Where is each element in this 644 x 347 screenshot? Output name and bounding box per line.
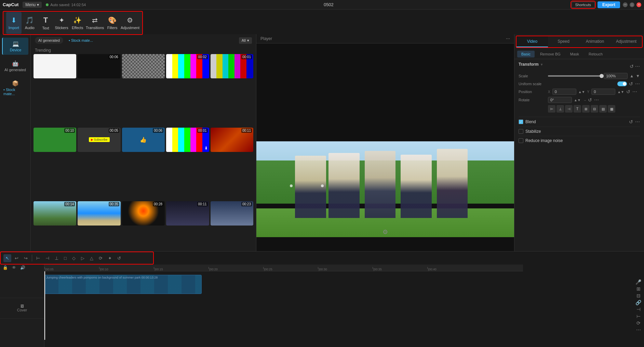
rotate-reset[interactable]: ↺ (588, 97, 592, 103)
media-thumb-14[interactable]: 00:11 (166, 201, 209, 226)
scale-step-down[interactable]: ▼ (636, 74, 640, 78)
align-extra1-btn[interactable]: ▤ (599, 105, 607, 113)
toolbar-import[interactable]: ⬇ Import (6, 12, 22, 34)
transform-reset-button[interactable]: ↺ (630, 64, 634, 69)
player-settings-icon[interactable]: ⚙ (383, 228, 388, 236)
rotate-up[interactable]: ▲▼ (574, 98, 581, 102)
timeline-redo-button[interactable]: ↪ (22, 254, 30, 262)
timeline-undo-button[interactable]: ↩ (13, 254, 21, 262)
toolbar-transitions[interactable]: ⇄ Transitions (86, 12, 104, 34)
media-thumb-2[interactable]: 00:06 (78, 54, 120, 78)
media-thumb-7[interactable]: 00:05 ▶Subscribe (78, 128, 120, 152)
sidebar-item-ai[interactable]: 🤖 AI generated (2, 57, 28, 75)
tl-mic-button[interactable]: 🎤 (635, 279, 641, 285)
tab-speed[interactable]: Speed (548, 36, 579, 47)
timeline-trim-tool[interactable]: ⊣ (43, 254, 51, 262)
align-left-btn[interactable]: ⊢ (548, 105, 555, 113)
rotate-input[interactable] (548, 97, 572, 103)
playhead[interactable] (44, 271, 45, 340)
menu-button[interactable]: Menu ▾ (23, 2, 42, 8)
position-x-input[interactable] (552, 89, 576, 95)
media-thumb-13[interactable]: 00:28 (122, 201, 165, 226)
tl-eye-button[interactable]: 👁 (11, 265, 17, 271)
timeline-transform-tool[interactable]: □ (62, 254, 69, 262)
timeline-select-tool[interactable]: ↖ (3, 254, 11, 262)
pos-x-up[interactable]: ▲▼ (578, 90, 585, 94)
transform-more-button[interactable]: ⋯ (635, 64, 640, 69)
export-button[interactable]: Export (598, 1, 620, 8)
uniform-scale-reset[interactable]: ↺ (629, 81, 633, 87)
timeline-star-tool[interactable]: ✦ (106, 254, 114, 262)
blend-reset[interactable]: ↺ (629, 119, 633, 125)
blend-checkbox[interactable]: ✓ (519, 119, 523, 124)
sub-tab-retouch[interactable]: Retouch (585, 51, 607, 57)
media-thumb-1[interactable] (33, 54, 76, 78)
align-center-h-btn[interactable]: ⊥ (556, 105, 564, 113)
tl-remove-button[interactable]: ⊟ (635, 293, 641, 298)
tab-adjustment[interactable]: Adjustment (611, 36, 642, 47)
tl-sound-button[interactable]: 🔊 (19, 265, 27, 271)
tl-more-button[interactable]: ⋯ (635, 327, 641, 333)
position-reset[interactable]: ↺ (626, 89, 630, 94)
video-track-1[interactable]: Jumping cheerleaders with pompoms on bac… (44, 275, 202, 294)
sidebar-item-device[interactable]: 💻 Device (2, 38, 28, 55)
scale-input[interactable] (604, 73, 628, 79)
scale-slider[interactable] (548, 75, 602, 77)
rotate-more[interactable]: ⋯ (594, 97, 599, 103)
media-thumb-10[interactable]: 00:11 (211, 128, 253, 152)
toolbar-audio[interactable]: 🎵 Audio (22, 12, 38, 34)
position-y-input[interactable] (591, 89, 615, 95)
align-right-btn[interactable]: ⊣ (565, 105, 573, 113)
sub-tab-basic[interactable]: Basic (517, 51, 535, 57)
sub-tab-mask[interactable]: Mask (566, 51, 583, 57)
media-thumb-3[interactable] (122, 54, 165, 78)
media-thumb-5[interactable]: 00:01 (211, 54, 253, 78)
toolbar-filters[interactable]: 🎨 Filters (105, 12, 120, 34)
close-button[interactable]: ✕ (636, 2, 641, 7)
blend-more[interactable]: ⋯ (635, 119, 640, 125)
media-thumb-4[interactable]: 00:02 (166, 54, 209, 78)
timeline-play-tool[interactable]: ▷ (79, 254, 86, 262)
toolbar-text[interactable]: T Text (38, 12, 53, 34)
media-thumb-8[interactable]: 00:06 👍 (122, 128, 165, 152)
tl-cut-right-button[interactable]: ⊢ (635, 313, 641, 319)
timeline-clip-tool[interactable]: ◇ (70, 254, 78, 262)
align-extra2-btn[interactable]: ▦ (608, 105, 615, 113)
sidebar-item-stock[interactable]: 📦 • Stock mate... (2, 77, 28, 99)
align-center-v-btn[interactable]: ⊞ (582, 105, 590, 113)
align-bottom-btn[interactable]: ⊟ (591, 105, 598, 113)
media-thumb-11[interactable]: 00:14 (33, 201, 76, 226)
pos-y-up[interactable]: ▲▼ (617, 90, 624, 94)
tl-reset-button[interactable]: ⟳ (635, 320, 641, 326)
scale-step-up[interactable]: ▲ (630, 74, 634, 78)
uniform-scale-more[interactable]: ⋯ (635, 81, 640, 87)
tl-cut-left-button[interactable]: ⊣ (635, 307, 641, 312)
align-top-btn[interactable]: T (574, 105, 581, 113)
uniform-scale-toggle[interactable] (617, 81, 627, 86)
minimize-button[interactable]: ─ (623, 2, 628, 7)
ai-generated-button[interactable]: AI generated (35, 37, 63, 44)
player-menu-icon[interactable]: ⋯ (506, 36, 510, 41)
toolbar-effects[interactable]: ✨ Effects (70, 12, 85, 34)
tl-lock-button[interactable]: 🔒 (1, 265, 9, 271)
toolbar-stickers[interactable]: ✦ Stickers (54, 12, 69, 34)
position-more[interactable]: ⋯ (632, 89, 637, 94)
media-thumb-12[interactable]: 00:35 (78, 201, 120, 226)
toolbar-adjustment[interactable]: ⚙ Adjustment (121, 12, 139, 34)
stock-material-button[interactable]: • Stock mate... (66, 37, 96, 44)
timeline-marker-tool[interactable]: △ (88, 254, 95, 262)
maximize-button[interactable]: □ (630, 2, 634, 7)
tl-link-button[interactable]: 🔗 (635, 300, 641, 305)
timeline-crop-tool[interactable]: ⊥ (53, 254, 61, 262)
shortcuts-button[interactable]: Shortcuts (572, 2, 595, 8)
media-thumb-6[interactable]: 00:10 (33, 128, 76, 152)
reduce-noise-checkbox[interactable] (519, 138, 523, 143)
sub-tab-remove-bg[interactable]: Remove BG (536, 51, 565, 57)
media-thumb-9[interactable]: 00:01 ⬇ (166, 128, 209, 152)
stabilize-checkbox[interactable] (519, 129, 523, 134)
tab-video[interactable]: Video (516, 36, 548, 47)
tl-add-button[interactable]: ⊞ (635, 286, 641, 292)
timeline-loop-tool[interactable]: ⟳ (97, 254, 105, 262)
tab-animation[interactable]: Animation (579, 36, 611, 47)
all-filter-button[interactable]: All▾ (239, 37, 252, 44)
